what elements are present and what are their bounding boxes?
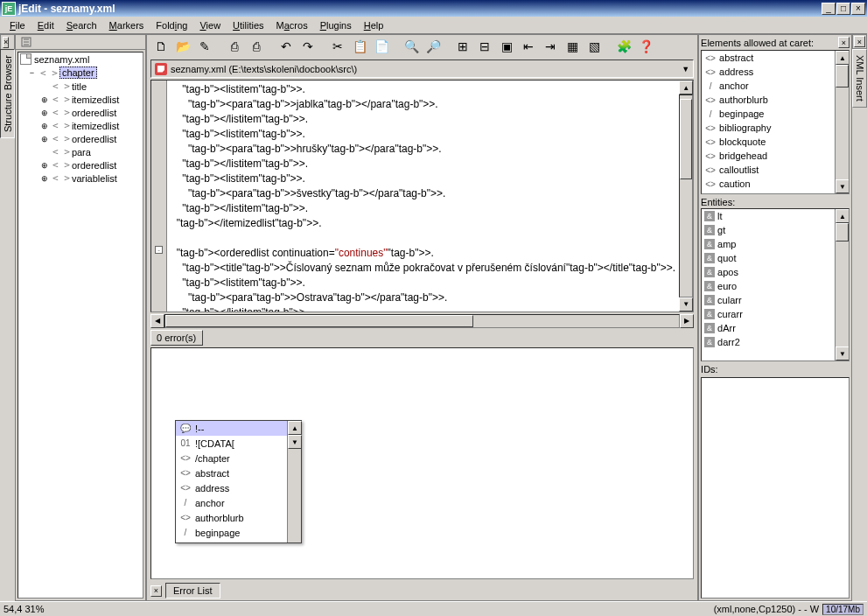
editor-hscrollbar[interactable]: ◀ ▶ xyxy=(150,314,694,328)
code-line[interactable]: "tag-b"><para"tag-b">>jablka"tag-b"></pa… xyxy=(171,97,675,112)
popup-item-beginpage[interactable]: /beginpage xyxy=(176,525,287,540)
toolbar-print2-icon[interactable]: ⎙ xyxy=(246,37,267,56)
toolbar-h-icon[interactable]: 🧩 xyxy=(613,37,634,56)
close-button[interactable]: × xyxy=(851,3,865,15)
popup-item-anchor[interactable]: /anchor xyxy=(176,495,287,510)
editor[interactable]: "tag-b"><listitem"tag-b">>. "tag-b"><par… xyxy=(167,80,679,312)
code-line[interactable]: "tag-b"></listitem"tag-b">>. xyxy=(171,305,675,312)
toolbar-help-icon[interactable]: ❓ xyxy=(635,37,656,56)
toolbar-b-icon[interactable]: ⊟ xyxy=(474,37,495,56)
scroll-up-icon[interactable]: ▲ xyxy=(679,80,693,94)
menu-file[interactable]: File xyxy=(3,18,31,32)
tree-node-orderedlist[interactable]: ⊕< >orderedlist xyxy=(18,132,143,145)
code-line[interactable]: - "tag-b"><orderedlist continuation="con… xyxy=(171,246,675,261)
menu-utilities[interactable]: Utilities xyxy=(227,18,269,32)
tree-node-itemizedlist[interactable]: ⊕< >itemizedlist xyxy=(18,93,143,106)
elements-scrollbar[interactable]: ▲ ▼ xyxy=(835,51,849,193)
element-bibliography[interactable]: <>bibliography xyxy=(702,121,835,135)
tree-node-chapter[interactable]: −< >chapter xyxy=(18,66,143,80)
tree-refresh-icon[interactable] xyxy=(17,35,37,49)
toolbar-f-icon[interactable]: ▦ xyxy=(562,37,583,56)
error-list-close[interactable]: × xyxy=(150,585,162,597)
element-abstract[interactable]: <>abstract xyxy=(702,51,835,65)
menu-help[interactable]: Help xyxy=(358,18,390,32)
entity-euro[interactable]: &euro xyxy=(702,279,835,293)
toolbar-undo-icon[interactable]: ↶ xyxy=(276,37,297,56)
entity-darr2[interactable]: &darr2 xyxy=(702,335,835,349)
popup-item-chapter[interactable]: <>/chapter xyxy=(176,451,287,466)
menu-edit[interactable]: Edit xyxy=(31,18,60,32)
entity-cularr[interactable]: &cularr xyxy=(702,293,835,307)
hscroll-thumb[interactable] xyxy=(165,315,473,327)
code-line[interactable]: "tag-b"></itemizedlist"tag-b">>. xyxy=(171,216,675,231)
popup-item-CDATA[interactable]: 01![CDATA[ xyxy=(176,436,287,451)
element-beginpage[interactable]: /beginpage xyxy=(702,107,835,121)
popup-scrollbar[interactable]: ▲ ▼ xyxy=(287,421,301,542)
structure-browser-tab[interactable]: Structure Browser xyxy=(0,49,15,138)
code-line[interactable]: "tag-b"><listitem"tag-b">>. xyxy=(171,172,675,186)
tree-node-para[interactable]: < >para xyxy=(18,145,143,158)
completion-popup[interactable]: 💬!--01![CDATA[<>/chapter<>abstract<>addr… xyxy=(175,420,302,543)
code-line[interactable]: "tag-b"><para"tag-b">>Ostrava"tag-b"></p… xyxy=(171,290,675,305)
entities-list[interactable]: &lt&gt&amp&quot&apos&euro&cularr&curarr&… xyxy=(701,208,850,361)
toolbar-replace-icon[interactable]: 🔎 xyxy=(423,37,444,56)
entity-gt[interactable]: &gt xyxy=(702,223,835,237)
element-caution[interactable]: <>caution xyxy=(702,177,835,191)
entity-apos[interactable]: &apos xyxy=(702,265,835,279)
tree-node-variablelist[interactable]: ⊕< >variablelist xyxy=(18,172,143,185)
code-line[interactable] xyxy=(171,231,675,246)
code-line[interactable]: "tag-b"><listitem"tag-b">>. xyxy=(171,276,675,290)
toolbar-e-icon[interactable]: ⇥ xyxy=(540,37,561,56)
entities-scrollbar[interactable]: ▲ ▼ xyxy=(835,209,849,360)
editor-gutter[interactable] xyxy=(151,80,167,312)
code-line[interactable]: "tag-b"><para"tag-b">>hrušky"tag-b"></pa… xyxy=(171,142,675,157)
minimize-button[interactable]: _ xyxy=(822,3,836,15)
code-line[interactable]: "tag-b"><title"tag-b">>Číslovaný seznam … xyxy=(171,261,675,276)
code-line[interactable]: "tag-b"></listitem"tag-b">>. xyxy=(171,112,675,127)
tree-node-orderedlist[interactable]: ⊕< >orderedlist xyxy=(18,106,143,119)
menu-markers[interactable]: Markers xyxy=(103,18,150,32)
buffer-dropdown-icon[interactable]: ▼ xyxy=(682,65,689,74)
entity-quot[interactable]: &quot xyxy=(702,251,835,265)
code-line[interactable]: "tag-b"><listitem"tag-b">>. xyxy=(171,127,675,142)
element-bridgehead[interactable]: <>bridgehead xyxy=(702,149,835,163)
element-address[interactable]: <>address xyxy=(702,65,835,79)
ids-list[interactable] xyxy=(701,377,850,598)
elements-list[interactable]: <>abstract<>address/anchor<>authorblurb/… xyxy=(701,50,850,194)
popup-item-authorblurb[interactable]: <>authorblurb xyxy=(176,510,287,525)
toolbar-new-icon[interactable]: 🗋 xyxy=(150,37,171,56)
toolbar-print1-icon[interactable]: ⎙ xyxy=(224,37,245,56)
tree-node-itemizedlist[interactable]: ⊕< >itemizedlist xyxy=(18,119,143,132)
scroll-right-icon[interactable]: ▶ xyxy=(680,314,694,328)
scroll-down-icon[interactable]: ▼ xyxy=(679,298,693,312)
buffer-tab[interactable]: seznamy.xml (E:\texts\skoleni\docbook\sr… xyxy=(150,60,694,78)
right-dock-close[interactable]: × xyxy=(838,37,850,48)
vscroll-thumb[interactable] xyxy=(680,99,692,179)
menu-view[interactable]: View xyxy=(193,18,227,32)
entity-lt[interactable]: &lt xyxy=(702,209,835,223)
popup-item-[interactable]: 💬!-- xyxy=(176,421,287,436)
code-line[interactable]: "tag-b"></listitem"tag-b">>. xyxy=(171,201,675,216)
editor-vscrollbar[interactable]: ▲ ▼ xyxy=(679,80,693,312)
xml-insert-tab[interactable]: XML Insert xyxy=(852,49,867,108)
code-line[interactable]: "tag-b"><listitem"tag-b">>. xyxy=(171,82,675,97)
popup-item-address[interactable]: <>address xyxy=(176,480,287,495)
toolbar-find-icon[interactable]: 🔍 xyxy=(401,37,422,56)
code-line[interactable]: "tag-b"></listitem"tag-b">>. xyxy=(171,157,675,172)
menu-folding[interactable]: Folding xyxy=(150,18,193,32)
element-authorblurb[interactable]: <>authorblurb xyxy=(702,93,835,107)
menu-plugins[interactable]: Plugins xyxy=(314,18,358,32)
tree-file[interactable]: seznamy.xml xyxy=(18,52,143,66)
menu-macros[interactable]: Macros xyxy=(270,18,314,32)
scroll-left-icon[interactable]: ◀ xyxy=(150,314,164,328)
toolbar-copy-icon[interactable]: 📋 xyxy=(349,37,370,56)
popup-item-abstract[interactable]: <>abstract xyxy=(176,466,287,480)
entity-dArr[interactable]: &dArr xyxy=(702,321,835,335)
toolbar-redo-icon[interactable]: ↷ xyxy=(297,37,318,56)
element-blockquote[interactable]: <>blockquote xyxy=(702,135,835,149)
maximize-button[interactable]: □ xyxy=(836,3,850,15)
element-calloutlist[interactable]: <>calloutlist xyxy=(702,163,835,177)
code-line[interactable]: "tag-b"><para"tag-b">>švestky"tag-b"></p… xyxy=(171,186,675,201)
toolbar-d-icon[interactable]: ⇤ xyxy=(518,37,539,56)
menu-search[interactable]: Search xyxy=(60,18,103,32)
